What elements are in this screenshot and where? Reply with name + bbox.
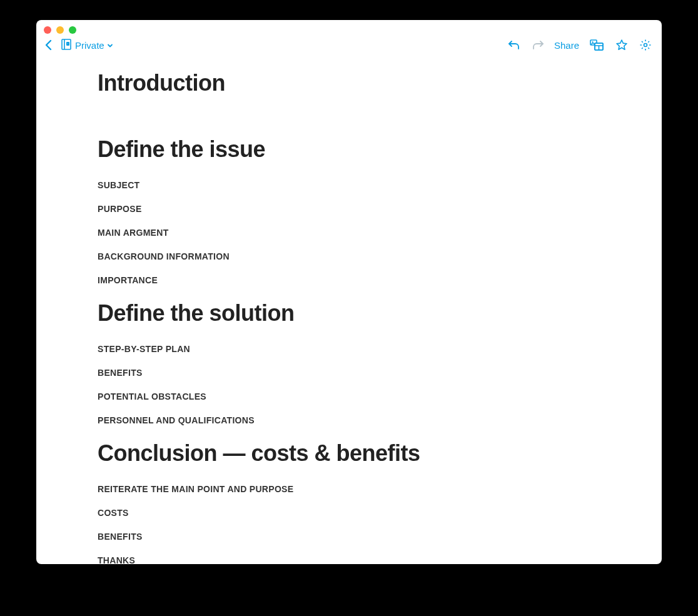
toolbar-left: Private	[43, 38, 113, 53]
maximize-window-button[interactable]	[69, 26, 76, 34]
close-window-button[interactable]	[44, 26, 51, 34]
share-button[interactable]: Share	[554, 40, 579, 51]
outline-item: POTENTIAL OBSTACLES	[98, 391, 548, 401]
svg-point-3	[67, 43, 68, 44]
outline-item: BENEFITS	[98, 532, 548, 542]
notebook-label: Private	[75, 40, 104, 51]
favorite-button[interactable]	[614, 38, 629, 53]
outline-item: PURPOSE	[98, 204, 548, 214]
document-body: Introduction Define the issue SUBJECT PU…	[98, 70, 548, 564]
outline-item: MAIN ARGMENT	[98, 228, 548, 238]
minimize-window-button[interactable]	[56, 26, 64, 34]
app-window: Private Share	[36, 20, 662, 564]
toolbar: Private Share	[36, 34, 662, 59]
notebook-icon	[60, 38, 73, 53]
document-content[interactable]: Introduction Define the issue SUBJECT PU…	[36, 59, 662, 564]
outline-item: REITERATE THE MAIN POINT AND PURPOSE	[98, 484, 548, 494]
outline-item: BENEFITS	[98, 368, 548, 378]
window-controls	[36, 20, 662, 34]
redo-button[interactable]	[530, 38, 545, 52]
section-heading: Define the issue	[98, 136, 548, 163]
outline-item: COSTS	[98, 508, 548, 518]
outline-item: SUBJECT	[98, 180, 548, 190]
section-heading: Define the solution	[98, 300, 548, 326]
outline-item: STEP-BY-STEP PLAN	[98, 344, 548, 354]
back-button[interactable]	[43, 38, 55, 53]
svg-point-10	[644, 44, 647, 47]
toolbar-right: Share	[507, 38, 653, 53]
section-heading: Conclusion — costs & benefits	[98, 440, 548, 467]
notebook-selector[interactable]: Private	[60, 38, 113, 53]
outline-item: BACKGROUND INFORMATION	[98, 251, 548, 261]
outline-item: IMPORTANCE	[98, 275, 548, 285]
chevron-down-icon	[107, 40, 113, 51]
undo-button[interactable]	[507, 38, 522, 52]
template-gallery-button[interactable]	[588, 38, 605, 53]
page-title: Introduction	[98, 70, 548, 96]
outline-item: PERSONNEL AND QUALIFICATIONS	[98, 415, 548, 425]
outline-item: THANKS	[98, 555, 548, 564]
settings-button[interactable]	[638, 38, 653, 53]
